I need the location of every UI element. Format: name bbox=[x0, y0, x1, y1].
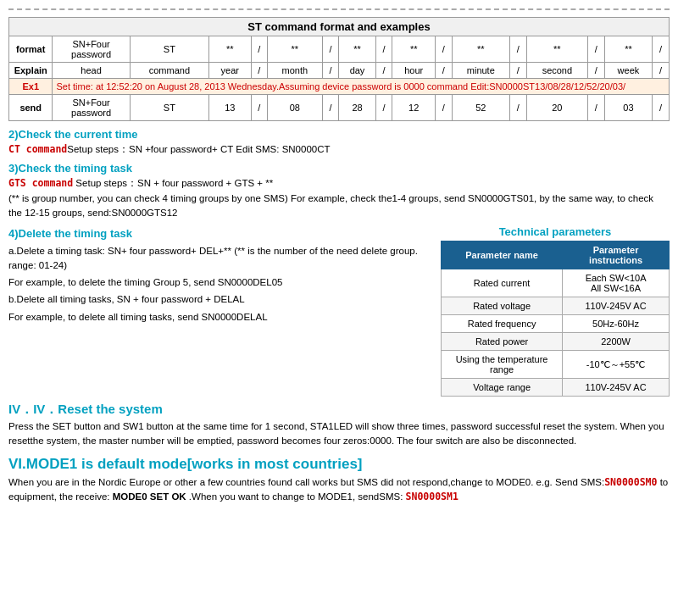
check-time-body: CT commandSetup steps：SN +four password+… bbox=[8, 142, 670, 157]
check-timing-body: GTS command Setup steps：SN + four passwo… bbox=[8, 176, 670, 220]
table-title-row: ST command format and examples bbox=[9, 18, 670, 36]
check-timing-heading: 3)Check the timing task bbox=[8, 162, 670, 175]
reset-body: Press the SET button and SW1 button at t… bbox=[8, 419, 670, 449]
delete-body2: For example, to delete the timing Group … bbox=[8, 275, 432, 290]
tech-voltage-value: 110V-245V AC bbox=[563, 297, 670, 315]
format-v2: ** bbox=[268, 36, 322, 63]
format-sn: SN+Fourpassword bbox=[53, 36, 130, 63]
section-check-time: 2)Check the current time CT commandSetup… bbox=[8, 128, 670, 157]
explain-s7: / bbox=[653, 63, 670, 79]
explain-hour: hour bbox=[392, 63, 436, 79]
tech-row-voltage: Rated voltage 110V-245V AC bbox=[442, 297, 670, 315]
mode1-text1: When you are in the Nordic Europe or oth… bbox=[8, 477, 604, 487]
explain-year: year bbox=[209, 63, 252, 79]
send-s6: / bbox=[588, 95, 605, 121]
send-v5: 52 bbox=[452, 95, 509, 121]
format-v5: ** bbox=[452, 36, 509, 63]
roman-vi: VI. bbox=[8, 456, 26, 472]
tech-voltage-range-value: 110V-245V AC bbox=[563, 379, 670, 397]
format-s5: / bbox=[510, 36, 527, 63]
send-s7: / bbox=[653, 95, 670, 121]
explain-head: head bbox=[53, 63, 130, 79]
check-time-heading: 2)Check the current time bbox=[8, 128, 670, 141]
send-st: ST bbox=[130, 95, 208, 121]
explain-command: command bbox=[130, 63, 208, 79]
explain-s1: / bbox=[251, 63, 268, 79]
format-s2: / bbox=[322, 36, 339, 63]
explain-s2: / bbox=[322, 63, 339, 79]
format-v3: ** bbox=[339, 36, 376, 63]
mode1-cmd1: SN0000SM0 bbox=[604, 476, 657, 488]
reset-title: IV．Reset the system bbox=[33, 402, 163, 416]
explain-label: Explain bbox=[9, 63, 53, 79]
format-s7: / bbox=[653, 36, 670, 63]
ex1-text: Set time: at 12:52:20 on August 28, 2013… bbox=[53, 79, 670, 95]
mode1-heading: VI.MODE1 is default mode[works in most c… bbox=[8, 456, 670, 473]
tech-header-row: Parameter name Parameter instructions bbox=[442, 241, 670, 269]
tech-col-name: Parameter name bbox=[442, 241, 563, 269]
send-v3: 28 bbox=[339, 95, 376, 121]
tech-row-temp: Using the temperature range -10℃～+55℃ bbox=[442, 351, 670, 379]
mode1-body: When you are in the Nordic Europe or oth… bbox=[8, 475, 670, 505]
st-command-table: ST command format and examples format SN… bbox=[8, 17, 670, 121]
send-v1: 13 bbox=[209, 95, 252, 121]
explain-s6: / bbox=[588, 63, 605, 79]
ex1-label: Ex1 bbox=[9, 79, 53, 95]
tech-params-table: Parameter name Parameter instructions Ra… bbox=[441, 241, 670, 397]
section-check-timing: 3)Check the timing task GTS command Setu… bbox=[8, 162, 670, 220]
tech-frequency-label: Rated frequency bbox=[442, 315, 563, 333]
format-s6: / bbox=[588, 36, 605, 63]
send-v4: 12 bbox=[392, 95, 436, 121]
send-s4: / bbox=[435, 95, 452, 121]
send-v7: 03 bbox=[604, 95, 652, 121]
delete-body1: a.Delete a timing task: SN+ four passwor… bbox=[8, 244, 432, 274]
roman-iv: IV． bbox=[8, 402, 33, 416]
send-v6: 20 bbox=[526, 95, 587, 121]
top-divider bbox=[8, 8, 670, 10]
section-4-and-tech: 4)Delete the timing task a.Delete a timi… bbox=[8, 225, 670, 397]
send-row: send SN+Fourpassword ST 13 / 08 / 28 / 1… bbox=[9, 95, 670, 121]
delete-body3: b.Delete all timing tasks, SN + four pas… bbox=[8, 292, 432, 307]
section-delete-timing: 4)Delete the timing task a.Delete a timi… bbox=[8, 225, 432, 397]
tech-row-frequency: Rated frequency 50Hz-60Hz bbox=[442, 315, 670, 333]
tech-current-value: Each SW<10AAll SW<16A bbox=[563, 269, 670, 297]
tech-voltage-label: Rated voltage bbox=[442, 297, 563, 315]
send-label: send bbox=[9, 95, 53, 121]
send-sn: SN+Fourpassword bbox=[53, 95, 130, 121]
explain-day: day bbox=[339, 63, 376, 79]
tech-voltage-range-label: Voltage range bbox=[442, 379, 563, 397]
table-title: ST command format and examples bbox=[9, 18, 670, 36]
format-s1: / bbox=[251, 36, 268, 63]
format-st: ST bbox=[130, 36, 208, 63]
delete-body4: For example, to delete all timing tasks,… bbox=[8, 310, 432, 325]
send-s5: / bbox=[510, 95, 527, 121]
explain-minute: minute bbox=[452, 63, 509, 79]
tech-row-power: Rated power 2200W bbox=[442, 333, 670, 351]
tech-params-section: Technical parameters Parameter name Para… bbox=[441, 225, 670, 397]
tech-temp-label: Using the temperature range bbox=[442, 351, 563, 379]
explain-s5: / bbox=[510, 63, 527, 79]
explain-s4: / bbox=[435, 63, 452, 79]
send-s1: / bbox=[251, 95, 268, 121]
reset-heading: IV．IV．Reset the system bbox=[8, 402, 670, 418]
delete-timing-body: a.Delete a timing task: SN+ four passwor… bbox=[8, 244, 432, 325]
format-label: format bbox=[9, 36, 53, 63]
mode1-text3: .When you want to change to MODE1, sendS… bbox=[186, 491, 406, 502]
mode1-cmd2: SN0000SM1 bbox=[406, 491, 458, 502]
explain-row: Explain head command year / month / day … bbox=[9, 63, 670, 79]
format-v4: ** bbox=[392, 36, 436, 63]
tech-row-current: Rated current Each SW<10AAll SW<16A bbox=[442, 269, 670, 297]
send-s2: / bbox=[322, 95, 339, 121]
format-v1: ** bbox=[209, 36, 252, 63]
explain-week: week bbox=[604, 63, 652, 79]
section-reset: IV．IV．Reset the system Press the SET but… bbox=[8, 402, 670, 449]
ct-command: CT command bbox=[8, 143, 67, 155]
format-v6: ** bbox=[526, 36, 587, 63]
tech-power-label: Rated power bbox=[442, 333, 563, 351]
send-v2: 08 bbox=[268, 95, 322, 121]
format-v7: ** bbox=[604, 36, 652, 63]
send-s3: / bbox=[375, 95, 392, 121]
format-s4: / bbox=[435, 36, 452, 63]
tech-row-voltage-range: Voltage range 110V-245V AC bbox=[442, 379, 670, 397]
check-timing-note: (** is group number, you can check 4 tim… bbox=[8, 193, 653, 218]
